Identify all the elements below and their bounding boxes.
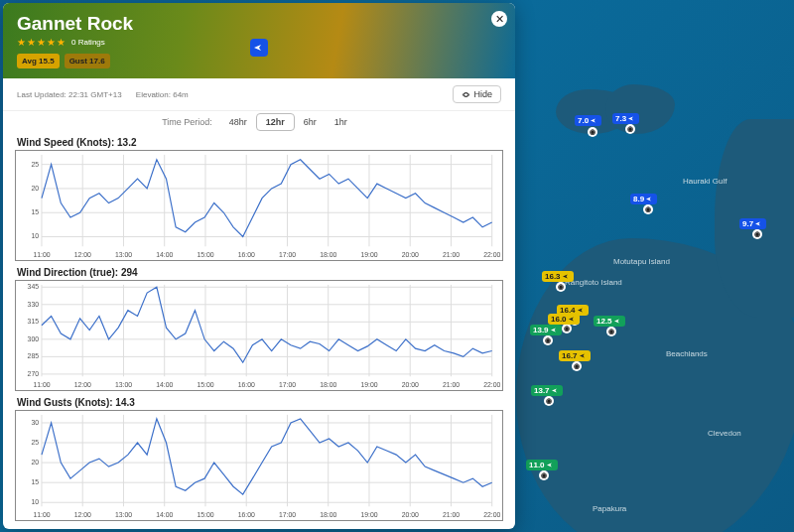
svg-text:345: 345 [28,283,40,290]
station-dot[interactable]: ◉ [588,127,597,137]
svg-text:14:00: 14:00 [156,251,173,258]
landmass [605,84,675,134]
wind-marker[interactable]: 8.9 [630,194,657,204]
svg-text:20:00: 20:00 [402,381,419,388]
wind-marker[interactable]: 9.7 [739,218,766,229]
svg-text:21:00: 21:00 [443,381,460,388]
wind-gusts-chart[interactable]: 101520253011:0012:0013:0014:0015:0016:00… [15,410,503,521]
station-dot[interactable]: ◉ [543,335,553,345]
wind-marker[interactable]: 7.0 [575,115,601,126]
wind-marker[interactable]: 13.7 [531,385,563,396]
svg-text:15:00: 15:00 [197,511,213,518]
ratings-text: 0 Ratings [71,38,105,47]
svg-text:18:00: 18:00 [320,251,336,258]
chart-title-gust: Wind Gusts (Knots): 14.3 [15,393,503,410]
chart-title-speed: Wind Speed (Knots): 13.2 [15,133,503,150]
gust-badge: Gust 17.6 [65,54,110,68]
svg-text:270: 270 [28,370,40,377]
wind-marker[interactable]: 16.3 [542,271,574,282]
wind-marker[interactable]: 7.3 [612,113,639,124]
svg-text:20: 20 [31,185,39,192]
svg-text:20:00: 20:00 [402,511,419,518]
wind-marker[interactable]: 12.5 [594,316,625,327]
svg-text:22:00: 22:00 [483,511,500,518]
charts-container: Wind Speed (Knots): 13.2 1015202511:0012… [3,131,515,529]
station-dot[interactable]: ◉ [752,229,762,239]
station-dot[interactable]: ◉ [544,396,554,406]
panel-header: ✕ Gannet Rock ★★★★★ 0 Ratings Avg 15.5 G… [3,3,515,78]
svg-text:10: 10 [31,232,39,239]
svg-text:16:00: 16:00 [238,251,255,258]
svg-text:17:00: 17:00 [279,511,296,518]
svg-text:17:00: 17:00 [279,251,296,258]
svg-text:19:00: 19:00 [360,381,377,388]
station-dot[interactable]: ◉ [606,327,616,336]
svg-text:11:00: 11:00 [33,251,50,258]
map-label: Beachlands [666,349,708,358]
chart-title-dir: Wind Direction (true): 294 [15,263,503,280]
svg-text:12:00: 12:00 [74,251,91,258]
svg-text:285: 285 [28,352,40,359]
svg-text:15: 15 [31,478,39,485]
eye-icon [462,90,470,99]
meta-row: Last Updated: 22:31 GMT+13 Elevation: 64… [3,78,515,111]
svg-text:21:00: 21:00 [443,511,460,518]
svg-text:13:00: 13:00 [115,511,132,518]
period-48hr[interactable]: 48hr [220,114,256,130]
svg-text:17:00: 17:00 [279,381,296,388]
close-button[interactable]: ✕ [491,11,507,27]
svg-text:21:00: 21:00 [443,251,460,258]
last-updated: Last Updated: 22:31 GMT+13 [17,90,122,99]
svg-text:13:00: 13:00 [115,381,132,388]
svg-text:18:00: 18:00 [320,511,336,518]
svg-text:13:00: 13:00 [115,251,132,258]
hide-button[interactable]: Hide [453,85,501,103]
svg-text:11:00: 11:00 [33,381,50,388]
wind-marker[interactable]: 16.0 [548,314,580,325]
svg-text:300: 300 [28,335,40,342]
station-dot[interactable]: ◉ [539,470,549,480]
svg-text:19:00: 19:00 [360,511,377,518]
star-icons: ★★★★★ [17,37,66,48]
map-label: Hauraki Gulf [683,177,727,186]
period-1hr[interactable]: 1hr [326,114,356,130]
svg-text:14:00: 14:00 [156,511,173,518]
station-dot[interactable]: ◉ [625,124,635,134]
svg-text:15:00: 15:00 [197,251,213,258]
elevation: Elevation: 64m [136,90,189,99]
station-dot[interactable]: ◉ [643,204,653,214]
observation-panel: ✕ Gannet Rock ★★★★★ 0 Ratings Avg 15.5 G… [3,3,515,529]
map-label: Papakura [593,504,626,513]
svg-text:22:00: 22:00 [483,381,500,388]
station-dot[interactable]: ◉ [556,282,566,292]
avg-badge: Avg 15.5 [17,54,60,68]
svg-text:12:00: 12:00 [74,381,91,388]
station-dot[interactable]: ◉ [562,324,572,333]
svg-text:315: 315 [28,318,40,325]
wind-marker[interactable]: 16.7 [559,350,591,361]
wind-marker[interactable]: 11.0 [526,460,558,470]
svg-text:11:00: 11:00 [33,511,50,518]
svg-text:16:00: 16:00 [238,511,255,518]
period-12hr[interactable]: 12hr [256,113,295,131]
wind-direction-chart[interactable]: 27028530031533034511:0012:0013:0014:0015… [15,280,503,391]
svg-text:330: 330 [28,301,40,308]
map-label: Clevedon [708,429,741,438]
map-label: Motutapu Island [613,257,670,266]
svg-text:20:00: 20:00 [402,251,419,258]
station-dot[interactable]: ◉ [572,361,582,371]
station-title: Gannet Rock [17,13,501,35]
wind-marker[interactable]: 13.9 [530,325,562,335]
svg-text:30: 30 [31,419,39,426]
wind-direction-icon [250,39,268,57]
svg-text:18:00: 18:00 [320,381,336,388]
svg-text:16:00: 16:00 [238,381,255,388]
svg-text:15: 15 [31,208,39,215]
svg-text:19:00: 19:00 [360,251,377,258]
svg-text:20: 20 [31,459,39,466]
map-label: Rangitoto Island [565,278,622,287]
wind-speed-chart[interactable]: 1015202511:0012:0013:0014:0015:0016:0017… [15,150,503,261]
svg-text:10: 10 [31,498,39,505]
period-6hr[interactable]: 6hr [295,114,326,130]
period-label: Time Period: [162,117,212,127]
